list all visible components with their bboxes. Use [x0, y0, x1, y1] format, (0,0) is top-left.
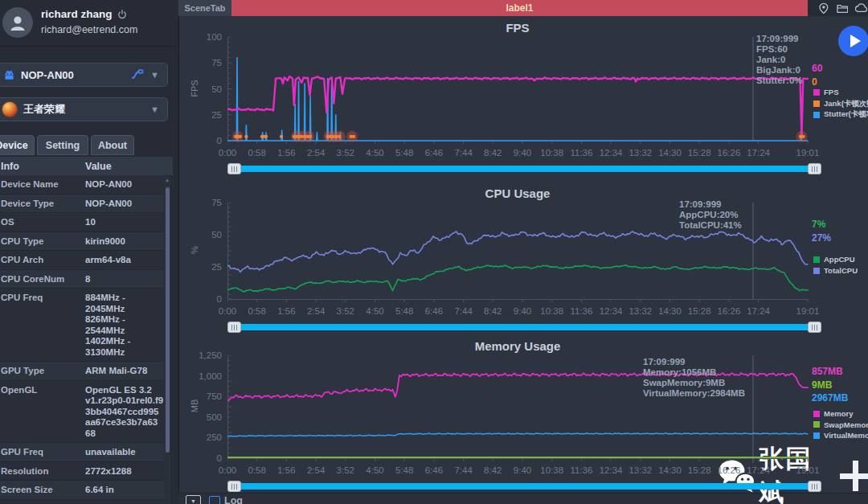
tooltip-line: BigJank:0 [756, 65, 803, 76]
table-cell-value: 6.64 in [79, 481, 167, 499]
tab-scene[interactable]: SceneTab [178, 0, 231, 16]
table-cell-info: Ram Size [0, 500, 79, 504]
legend-swatch [813, 112, 820, 118]
legend-label: Stutter(卡顿率) [824, 109, 868, 120]
scrollbar-grip-left[interactable] [227, 481, 241, 492]
time-scrollbar[interactable] [234, 483, 819, 490]
legend-label: SwapMemory [824, 420, 868, 429]
scrollbar-grip-left[interactable] [227, 163, 241, 174]
y-axis-tick-label: 0 [188, 136, 222, 145]
tooltip-line: Memory:1056MB [643, 367, 745, 378]
avatar [2, 7, 33, 38]
tooltip-line: Stutter:0% [756, 76, 803, 86]
tooltip-line: TotalCPU:41% [679, 220, 742, 231]
table-cell-value: ARM Mali-G78 [79, 362, 167, 380]
y-axis-tick-label: 1,250 [188, 350, 222, 360]
scrollbar-grip-right[interactable] [808, 481, 821, 492]
scrollbar-grip-left[interactable] [227, 322, 241, 333]
table-cell-info: GPU Freq [0, 443, 79, 461]
x-axis-tick-label: 19:01 [789, 306, 826, 316]
usb-icon[interactable] [131, 69, 144, 80]
device-selector[interactable]: NOP-AN00 ▼ [0, 63, 168, 87]
app-selector-label: 王者荣耀 [23, 102, 150, 117]
table-cell-value: OpenGL ES 3.2 v1.r23p0-01rel0.f9 3bb4046… [79, 381, 167, 443]
table-row: OpenGLOpenGL ES 3.2 v1.r23p0-01rel0.f9 3… [0, 381, 167, 444]
table-row: Device TypeNOP-AN00 [0, 195, 167, 214]
y-axis-tick-label: 25 [188, 110, 222, 120]
table-cell-value: 11.2 GB [79, 500, 167, 504]
legend-item: FPS [813, 88, 838, 96]
legend-item: TotalCPU [813, 266, 858, 275]
chart-tooltip: 17:09:999FPS:60Jank:0BigJank:0Stutter:0% [756, 34, 803, 86]
current-value: 2967MB [812, 392, 848, 404]
chart-title-fps: FPS [227, 21, 808, 35]
power-icon[interactable] [117, 10, 127, 19]
table-cell-value: NOP-AN00 [79, 175, 167, 194]
android-icon [3, 69, 15, 81]
label-bar[interactable]: label1 [231, 0, 808, 16]
legend-swatch [813, 256, 820, 263]
x-axis-tick-label: 17:24 [740, 306, 777, 316]
log-checkbox[interactable] [209, 496, 220, 504]
scrollbar-grip-right[interactable] [808, 163, 821, 174]
tab-device[interactable]: Device [0, 135, 35, 155]
legend-item: AppCPU [813, 255, 855, 264]
table-cell-info: CPU CoreNum [0, 270, 79, 289]
table-row: Device NameNOP-AN00 [0, 175, 167, 195]
play-icon [850, 35, 861, 47]
current-value: 857MB [812, 366, 843, 377]
current-value: 7% [812, 219, 825, 230]
location-icon[interactable] [818, 2, 829, 14]
plus-icon [840, 461, 868, 491]
table-cell-info: CPU Type [0, 232, 79, 251]
table-row: GPU TypeARM Mali-G78 [0, 362, 167, 381]
table-row: CPU CoreNum8 [0, 270, 167, 289]
play-button[interactable] [838, 26, 868, 56]
sidebar: richard zhang richard@eetrend.com NOP-AN… [0, 0, 179, 504]
legend-label: Jank(卡顿次数) [824, 99, 868, 109]
table-row: OS10 [0, 213, 167, 232]
table-cell-info: CPU Arch [0, 251, 79, 269]
table-cell-value: 10 [79, 213, 167, 232]
table-cell-value: arm64-v8a [79, 251, 167, 269]
app-icon [2, 101, 18, 117]
plot-area-fps[interactable] [227, 37, 811, 145]
app-selector[interactable]: 王者荣耀 ▼ [0, 97, 168, 121]
col-header-value: Value [85, 161, 112, 172]
chart-tooltip: 17:09:999AppCPU:20%TotalCPU:41% [679, 199, 742, 231]
table-header: Info Value [0, 157, 173, 176]
chevron-down-icon: ▼ [150, 70, 159, 80]
table-row: Ram Size11.2 GB [0, 500, 167, 504]
time-scrollbar[interactable] [234, 324, 819, 330]
table-scrollbar-thumb[interactable] [166, 187, 170, 453]
topbar-actions [808, 0, 868, 16]
chart-tooltip: 17:09:999Memory:1056MBSwapMemory:9MBVirt… [643, 357, 745, 399]
collapse-panel-icon[interactable]: ▼ [186, 495, 201, 504]
table-row: GPU Frequnavailable [0, 443, 167, 462]
series-fps [227, 76, 808, 137]
table-scrollbar[interactable]: ▲ [164, 176, 170, 504]
cloud-icon[interactable] [855, 3, 868, 13]
y-axis-tick-label: 1,000 [188, 371, 222, 381]
current-value: 9MB [812, 379, 832, 391]
tab-setting[interactable]: Setting [37, 135, 88, 155]
tab-about[interactable]: About [91, 135, 134, 155]
scrollbar-grip-right[interactable] [808, 322, 821, 333]
tooltip-line: SwapMemory:9MB [643, 378, 745, 388]
series-totalcpu [227, 232, 808, 272]
legend-label: FPS [824, 88, 838, 96]
folder-icon[interactable] [837, 3, 849, 14]
user-name: richard zhang [41, 8, 113, 20]
scroll-up-icon[interactable]: ▲ [164, 178, 170, 182]
current-value: 0 [812, 76, 817, 88]
table-cell-info: OS [0, 213, 79, 232]
table-cell-info: Screen Size [0, 481, 79, 499]
legend-swatch [813, 421, 820, 428]
current-value: 60 [812, 63, 822, 74]
legend-label: AppCPU [824, 255, 855, 264]
table-cell-value: kirin9000 [79, 232, 167, 251]
legend-item: SwapMemory [813, 420, 868, 429]
time-scrollbar[interactable] [234, 166, 819, 172]
y-axis-tick-label: 25 [188, 262, 222, 272]
x-axis-tick-label: 17:24 [740, 465, 777, 475]
